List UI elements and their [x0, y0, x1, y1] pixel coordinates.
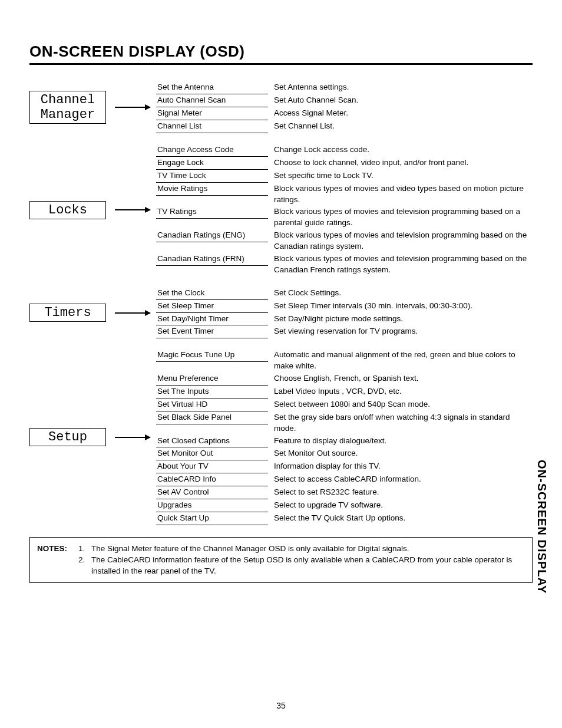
menu-row: Set The InputsLabel Video Inputs , VCR, …	[156, 386, 533, 398]
notes-box: NOTES: 1.The Signal Meter feature of the…	[29, 537, 533, 584]
menu-item-label: Engage Lock	[156, 157, 268, 170]
category-box: Timers	[29, 304, 106, 322]
menu-row: Set the ClockSet Clock Settings.	[156, 287, 533, 300]
arrow-icon	[115, 437, 150, 438]
menu-item-desc: Set Auto Channel Scan.	[274, 94, 533, 107]
menu-row: UpgradesSelect to upgrade TV software.	[156, 499, 533, 512]
menu-item-desc: Select to access CableCARD information.	[274, 473, 533, 486]
menu-item-desc: Set specific time to Lock TV.	[274, 170, 533, 182]
menu-row: Set Virtual HDSelect between 1080i and 5…	[156, 398, 533, 411]
menu-row: Canadian Ratings (ENG)Block various type…	[156, 229, 533, 253]
menu-row: Movie RatingsBlock various types of movi…	[156, 183, 533, 206]
menu-item-label: Set Virtual HD	[156, 398, 268, 411]
menu-item-label: TV Ratings	[156, 206, 268, 219]
arrow-icon	[115, 312, 150, 314]
arrow-icon	[115, 107, 150, 108]
section: TimersSet the ClockSet Clock Settings.Se…	[29, 287, 533, 339]
menu-item-desc: Automatic and manual alignment of the re…	[274, 349, 533, 373]
menu-item-label: Quick Start Up	[156, 512, 268, 525]
note-item: 2.The CableCARD information feature of t…	[78, 555, 525, 577]
menu-item-desc: Label Video Inputs , VCR, DVD, etc.	[274, 386, 533, 398]
menu-item-label: Set the Antenna	[156, 81, 268, 94]
menu-item-desc: Select between 1080i and 540p Scan mode.	[274, 398, 533, 411]
menu-item-desc: Select to set RS232C feature.	[274, 486, 533, 499]
menu-item-desc: Select the TV Quick Start Up options.	[274, 512, 533, 525]
menu-item-label: Canadian Ratings (FRN)	[156, 253, 268, 266]
menu-item-desc: Set Antenna settings.	[274, 81, 533, 94]
menu-item-desc: Set Sleep Timer intervals (30 min. inter…	[274, 300, 533, 312]
menu-item-label: CableCARD Info	[156, 473, 268, 486]
menu-item-desc: Block various types of movies and televi…	[274, 229, 533, 253]
menu-row: Set Monitor OutSet Monitor Out source.	[156, 447, 533, 460]
menu-item-desc: Set Clock Settings.	[274, 287, 533, 299]
menu-row: Channel ListSet Channel List.	[156, 120, 533, 133]
menu-item-label: Set Event Timer	[156, 325, 268, 338]
note-text: The CableCARD information feature of the…	[91, 555, 525, 577]
menu-row: Auto Channel ScanSet Auto Channel Scan.	[156, 94, 533, 107]
notes-list: 1.The Signal Meter feature of the Channe…	[78, 543, 525, 577]
menu-item-label: Set the Clock	[156, 287, 268, 300]
menu-item-desc: Choose to lock channel, video input, and…	[274, 157, 533, 169]
menu-item-label: Set Monitor Out	[156, 447, 268, 460]
menu-item-label: Channel List	[156, 120, 268, 133]
side-tab: ON-SCREEN DISPLAY	[535, 460, 548, 594]
menu-item-desc: Block various types of movies and televi…	[274, 253, 533, 276]
menu-item-label: Upgrades	[156, 499, 268, 512]
osd-diagram: Channel ManagerSet the AntennaSet Antenn…	[29, 81, 533, 525]
menu-row: TV RatingsBlock various types of movies …	[156, 206, 533, 229]
menu-row: Set AV ControlSelect to set RS232C featu…	[156, 486, 533, 499]
menu-item-desc: Information display for this TV.	[274, 460, 533, 473]
menu-row: Menu PreferenceChoose English, French, o…	[156, 373, 533, 386]
note-number: 1.	[78, 543, 91, 555]
menu-item-desc: Feature to display dialogue/text.	[274, 435, 533, 447]
category-box: Channel Manager	[29, 91, 106, 124]
section: SetupMagic Focus Tune UpAutomatic and ma…	[29, 349, 533, 525]
section: Channel ManagerSet the AntennaSet Antenn…	[29, 81, 533, 133]
menu-item-label: Set Day/Night Timer	[156, 313, 268, 326]
notes-label: NOTES:	[37, 543, 78, 577]
menu-item-label: Set The Inputs	[156, 386, 268, 398]
menu-item-label: Magic Focus Tune Up	[156, 349, 268, 362]
menu-row: Canadian Ratings (FRN)Block various type…	[156, 253, 533, 276]
menu-item-label: Menu Preference	[156, 373, 268, 386]
menu-row: CableCARD InfoSelect to access CableCARD…	[156, 473, 533, 486]
menu-item-label: About Your TV	[156, 460, 268, 473]
menu-item-label: Signal Meter	[156, 107, 268, 120]
menu-item-desc: Change Lock access code.	[274, 144, 533, 156]
menu-item-desc: Access Signal Meter.	[274, 107, 533, 120]
arrow-icon	[115, 209, 150, 210]
menu-row: Set Black Side PanelSet the gray side ba…	[156, 411, 533, 435]
menu-item-label: Set Sleep Timer	[156, 300, 268, 313]
note-item: 1.The Signal Meter feature of the Channe…	[78, 543, 525, 555]
menu-row: Change Access CodeChange Lock access cod…	[156, 144, 533, 157]
menu-row: About Your TVInformation display for thi…	[156, 460, 533, 473]
menu-row: Set Sleep TimerSet Sleep Timer intervals…	[156, 300, 533, 313]
section: LocksChange Access CodeChange Lock acces…	[29, 144, 533, 276]
note-text: The Signal Meter feature of the Channel …	[91, 543, 409, 555]
menu-item-desc: Block various types of movies and televi…	[274, 206, 533, 229]
page-title: ON-SCREEN DISPLAY (OSD)	[29, 42, 533, 65]
menu-item-label: Movie Ratings	[156, 183, 268, 196]
menu-row: Set Event TimerSet viewing reservation f…	[156, 325, 533, 338]
category-box: Locks	[29, 201, 106, 219]
menu-row: Set Day/Night TimerSet Day/Night picture…	[156, 313, 533, 326]
menu-item-label: Set AV Control	[156, 486, 268, 499]
menu-item-desc: Set Monitor Out source.	[274, 447, 533, 460]
note-number: 2.	[78, 555, 91, 577]
menu-item-desc: Set Channel List.	[274, 120, 533, 133]
menu-row: Engage LockChoose to lock channel, video…	[156, 157, 533, 170]
menu-item-label: TV Time Lock	[156, 170, 268, 183]
menu-item-desc: Set Day/Night picture mode settings.	[274, 313, 533, 325]
page-number: 35	[0, 701, 562, 710]
menu-item-desc: Select to upgrade TV software.	[274, 499, 533, 512]
menu-row: Magic Focus Tune UpAutomatic and manual …	[156, 349, 533, 373]
menu-item-desc: Set viewing reservation for TV programs.	[274, 325, 533, 338]
menu-row: Set Closed CaptionsFeature to display di…	[156, 435, 533, 448]
menu-item-label: Set Closed Captions	[156, 435, 268, 448]
menu-item-desc: Set the gray side bars on/off when watch…	[274, 411, 533, 435]
menu-item-label: Set Black Side Panel	[156, 411, 268, 424]
menu-item-label: Auto Channel Scan	[156, 94, 268, 107]
category-box: Setup	[29, 428, 106, 446]
menu-item-label: Canadian Ratings (ENG)	[156, 229, 268, 242]
menu-row: Set the AntennaSet Antenna settings.	[156, 81, 533, 94]
